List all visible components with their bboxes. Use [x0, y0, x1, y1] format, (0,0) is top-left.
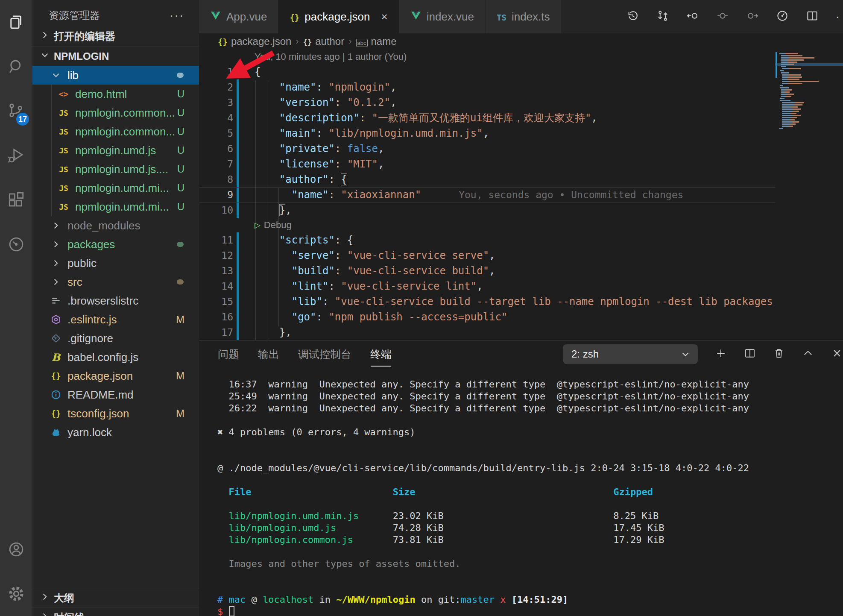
- minimap[interactable]: [775, 50, 843, 340]
- chevron-down-icon: [49, 70, 63, 81]
- tree-file-npmlogin.common...[interactable]: JSnpmlogin.common...U: [32, 122, 199, 141]
- split-editor-icon[interactable]: [806, 9, 819, 24]
- close-tab-icon[interactable]: ×: [381, 10, 388, 23]
- code-line-5[interactable]: 5 "main": "lib/npmlogin.umd.min.js",: [199, 126, 775, 141]
- next-change-icon[interactable]: [746, 9, 759, 24]
- tree-file-yarn.lock[interactable]: yarn.lock: [32, 423, 199, 442]
- breadcrumb-author[interactable]: {}author: [303, 35, 345, 47]
- tree-file-npmlogin.umd.mi...[interactable]: JSnpmlogin.umd.mi...U: [32, 179, 199, 197]
- js-icon: JS: [56, 109, 71, 117]
- code-line-7[interactable]: 7 "license": "MIT",: [199, 156, 775, 172]
- git-status-badge: U: [177, 88, 184, 100]
- kill-terminal-trash-icon[interactable]: [773, 347, 785, 361]
- settings-gear-icon[interactable]: [0, 572, 32, 616]
- previous-change-icon[interactable]: [686, 9, 699, 24]
- code-line-17[interactable]: 17 },: [199, 325, 775, 340]
- code-line-2[interactable]: 2 "name": "npmlogin",: [199, 79, 775, 95]
- panel-tab-输出[interactable]: 输出: [258, 341, 279, 367]
- explorer-icon[interactable]: [0, 0, 32, 44]
- tree-file-tsconfig.json[interactable]: {}tsconfig.jsonM: [32, 404, 199, 423]
- tree-file-package.json[interactable]: {}package.jsonM: [32, 367, 199, 385]
- tab-package.json[interactable]: {}package.json×: [278, 0, 399, 33]
- terminal-line: [217, 498, 843, 510]
- vue-icon: [410, 10, 422, 24]
- git-icon: [49, 333, 63, 344]
- bottom-panel: 问题输出调试控制台终端 2: zsh 16:37 warning Unexpec…: [199, 340, 843, 616]
- tree-folder-src[interactable]: src: [32, 273, 199, 291]
- scm-badge: 17: [16, 113, 29, 126]
- eslint-icon: [49, 314, 63, 325]
- breadcrumb-name[interactable]: abcname: [356, 35, 397, 47]
- outline-section[interactable]: 大纲: [32, 588, 199, 607]
- tab-index.ts[interactable]: TSindex.ts: [486, 0, 562, 33]
- new-terminal-icon[interactable]: [715, 347, 727, 361]
- code-line-10[interactable]: 10 },: [199, 202, 775, 218]
- tree-file-npmlogin.umd.js....[interactable]: JSnpmlogin.umd.js....U: [32, 160, 199, 179]
- tree-file-README.md[interactable]: README.md: [32, 385, 199, 404]
- timeline-section[interactable]: 时间线: [32, 607, 199, 616]
- braces-w-icon: {}: [303, 35, 312, 47]
- terminal-select[interactable]: 2: zsh: [563, 344, 698, 364]
- file-tree: lib<>demo.htmlUJSnpmlogin.common...UJSnp…: [32, 66, 199, 442]
- tab-index.vue[interactable]: index.vue: [399, 0, 486, 33]
- tree-folder-lib[interactable]: lib: [32, 66, 199, 85]
- tree-file-npmlogin.umd.js[interactable]: JSnpmlogin.umd.jsU: [32, 141, 199, 160]
- account-icon[interactable]: [0, 527, 32, 572]
- sidebar-more-actions[interactable]: ···: [170, 9, 184, 22]
- code-line-14[interactable]: 14 "lint": "vue-cli-service lint",: [199, 279, 775, 294]
- split-terminal-icon[interactable]: [744, 347, 756, 361]
- terminal-line: ✖ 4 problems (0 errors, 4 warnings): [217, 426, 843, 438]
- code-line-12[interactable]: 12 "serve": "vue-cli-service serve",: [199, 248, 775, 263]
- tree-folder-packages[interactable]: packages: [32, 235, 199, 254]
- code-line-4[interactable]: 4 "description": "一款简单而又优雅的ui组件库，欢迎大家支持"…: [199, 110, 775, 126]
- tree-file-.gitignore[interactable]: .gitignore: [32, 329, 199, 348]
- tab-App.vue[interactable]: App.vue: [199, 0, 278, 33]
- chevron-right-icon: [49, 258, 63, 269]
- timer-extension-icon[interactable]: [0, 222, 32, 267]
- open-editors-section[interactable]: 打开的编辑器: [32, 26, 199, 46]
- close-panel-icon[interactable]: [831, 347, 843, 361]
- code-line-13[interactable]: 13 "build": "vue-cli-service build",: [199, 263, 775, 279]
- code-line-6[interactable]: 6 "private": false,: [199, 141, 775, 156]
- code-line-9[interactable]: 9 "name": "xiaoxiannan"You, seconds ago …: [199, 187, 775, 202]
- more-actions-icon[interactable]: ·: [836, 10, 840, 23]
- terminal-line: 25:49 warning Unexpected any. Specify a …: [217, 390, 843, 402]
- terminal-line: File Size Gzipped: [217, 486, 843, 498]
- terminal-line: lib/npmlogin.umd.min.js 23.02 KiB 8.25 K…: [217, 510, 843, 522]
- code-line-11[interactable]: 11 "scripts": {: [199, 232, 775, 248]
- panel-tab-终端[interactable]: 终端: [370, 341, 392, 367]
- search-icon[interactable]: [0, 44, 32, 89]
- tree-file-babel.config.js[interactable]: Bbabel.config.js: [32, 348, 199, 367]
- run-debug-icon[interactable]: [0, 133, 32, 178]
- code-editor[interactable]: You, 10 minutes ago | 1 author (You)1{2 …: [199, 50, 843, 340]
- code-line-1[interactable]: 1{: [199, 64, 775, 79]
- chevron-right-icon: [39, 591, 50, 605]
- git-compare-icon[interactable]: [656, 9, 669, 24]
- code-line-15[interactable]: 15 "lib": "vue-cli-service build --targe…: [199, 294, 775, 309]
- codelens[interactable]: You, 10 minutes ago | 1 author (You): [199, 50, 775, 64]
- terminal-output[interactable]: 16:37 warning Unexpected any. Specify a …: [199, 368, 843, 616]
- history-icon[interactable]: [626, 9, 639, 24]
- tree-file-npmlogin.umd.mi...[interactable]: JSnpmlogin.umd.mi...U: [32, 197, 199, 216]
- extensions-icon[interactable]: [0, 178, 32, 222]
- code-line-3[interactable]: 3 "version": "0.1.2",: [199, 95, 775, 110]
- breadcrumb-package.json[interactable]: {}package.json: [218, 35, 291, 47]
- source-control-icon[interactable]: 17: [0, 89, 32, 133]
- tree-file-demo.html[interactable]: <>demo.htmlU: [32, 85, 199, 103]
- tree-folder-public[interactable]: public: [32, 254, 199, 273]
- codelens[interactable]: ▷Debug: [199, 218, 775, 232]
- code-line-8[interactable]: 8 "author": {: [199, 172, 775, 187]
- panel-tab-问题[interactable]: 问题: [218, 341, 239, 367]
- maximize-panel-icon[interactable]: [802, 347, 814, 361]
- tree-file-.eslintrc.js[interactable]: .eslintrc.jsM: [32, 310, 199, 329]
- change-dot-icon[interactable]: [716, 9, 729, 24]
- tree-file-npmlogin.common...[interactable]: JSnpmlogin.common...U: [32, 103, 199, 122]
- terminal-line: [217, 450, 843, 462]
- panel-tab-调试控制台[interactable]: 调试控制台: [298, 341, 351, 367]
- gauge-icon[interactable]: [776, 9, 789, 24]
- tree-folder-node_modules[interactable]: node_modules: [32, 216, 199, 235]
- project-section-npmlogin[interactable]: NPMLOGIN: [32, 46, 199, 66]
- code-line-16[interactable]: 16 "go": "npm publish --access=public": [199, 309, 775, 325]
- tree-file-.browserslistrc[interactable]: .browserslistrc: [32, 291, 199, 310]
- terminal-line: [217, 582, 843, 594]
